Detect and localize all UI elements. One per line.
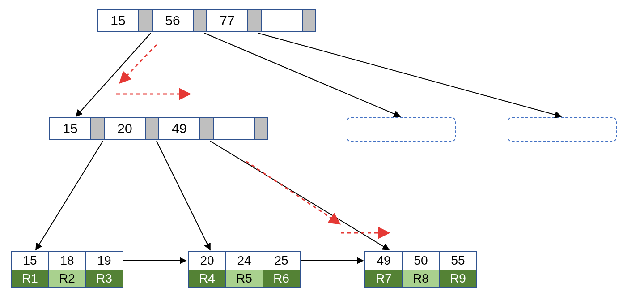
edge-root-ph2 [258, 33, 561, 116]
leaf0-key-0: 15 [12, 252, 49, 270]
internal-key-3 [213, 118, 254, 139]
edge-int-leaf1 [157, 141, 210, 250]
edge-root-internal [76, 33, 151, 116]
root-node: 15 56 77 [97, 9, 316, 32]
edge-int-leaf0 [36, 141, 103, 250]
internal-key-0: 15 [50, 118, 91, 139]
edge-root-ph1 [204, 33, 400, 116]
leaf2-key-2: 55 [440, 252, 476, 270]
leaf2-rec-1: R8 [402, 270, 440, 287]
leaf1-rec-1: R5 [226, 270, 263, 287]
internal-key-2: 49 [159, 118, 200, 139]
leaf1-rec-2: R6 [263, 270, 300, 287]
leaf-node-2: 49 50 55 R7 R8 R9 [364, 251, 477, 288]
root-ptr-2 [248, 10, 261, 31]
leaf1-key-1: 24 [226, 252, 263, 270]
search-step-1 [120, 45, 157, 83]
internal-ptr-0 [91, 118, 104, 139]
root-key-2: 77 [207, 10, 248, 31]
root-ptr-3 [302, 10, 315, 31]
root-ptr-0 [139, 10, 152, 31]
root-key-0: 15 [98, 10, 139, 31]
internal-key-1: 20 [104, 118, 145, 139]
leaf1-key-0: 20 [189, 252, 226, 270]
search-step-3 [246, 161, 340, 224]
root-ptr-1 [193, 10, 207, 31]
subtree-placeholder-1 [347, 117, 456, 142]
leaf1-key-2: 25 [263, 252, 300, 270]
leaf-node-1: 20 24 25 R4 R5 R6 [188, 251, 301, 288]
leaf2-rec-0: R7 [365, 270, 402, 287]
leaf2-key-1: 50 [402, 252, 440, 270]
internal-ptr-1 [145, 118, 159, 139]
root-key-3 [261, 10, 302, 31]
root-key-1: 56 [152, 10, 193, 31]
leaf-node-0: 15 18 19 R1 R2 R3 [11, 251, 123, 288]
leaf1-rec-0: R4 [189, 270, 226, 287]
edge-int-leaf2 [210, 141, 389, 250]
internal-node: 15 20 49 [49, 117, 268, 140]
leaf2-rec-2: R9 [440, 270, 476, 287]
internal-ptr-3 [254, 118, 267, 139]
internal-ptr-2 [200, 118, 213, 139]
leaf2-key-0: 49 [365, 252, 402, 270]
leaf0-rec-0: R1 [12, 270, 49, 287]
leaf0-key-1: 18 [49, 252, 86, 270]
leaf0-key-2: 19 [86, 252, 123, 270]
subtree-placeholder-2 [508, 117, 617, 142]
leaf0-rec-1: R2 [49, 270, 86, 287]
leaf0-rec-2: R3 [86, 270, 123, 287]
